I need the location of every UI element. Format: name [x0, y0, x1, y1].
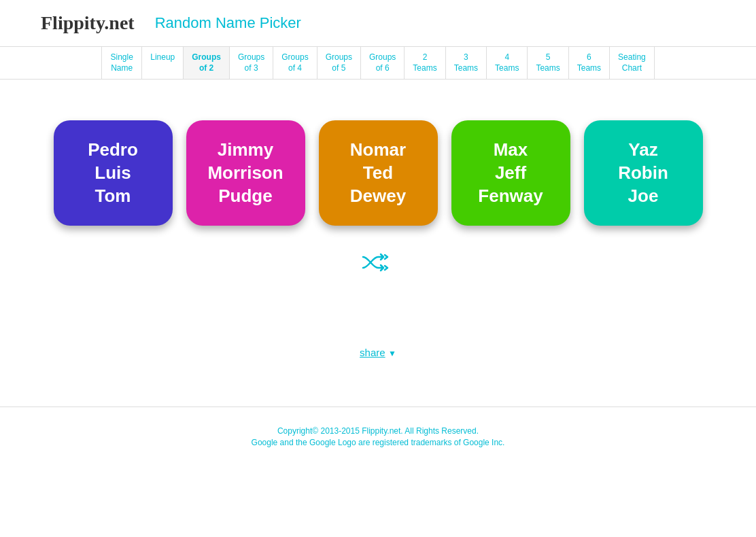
trademark-text: Google and the Google Logo are registere…	[10, 438, 746, 447]
footer: Copyright© 2013-2015 Flippity.net. All R…	[0, 414, 756, 460]
app-title: Random Name Picker	[155, 14, 301, 32]
share-link[interactable]: share	[360, 347, 385, 358]
footer-divider	[0, 406, 756, 407]
team-card-5[interactable]: YazRobinJoe	[584, 120, 703, 226]
tab-lineup[interactable]: Lineup	[142, 47, 184, 79]
header: Flippity.net Random Name Picker	[0, 0, 756, 46]
tab-3-teams[interactable]: 3Teams	[446, 47, 487, 79]
tab-5-teams[interactable]: 5Teams	[528, 47, 568, 79]
tab-groups-of-5[interactable]: Groupsof 5	[317, 47, 361, 79]
tab-groups-of-2[interactable]: Groupsof 2	[184, 47, 230, 79]
team-card-3[interactable]: NomarTedDewey	[319, 120, 438, 226]
team-5-names: YazRobinJoe	[618, 139, 668, 207]
nav-bar: SingleName Lineup Groupsof 2 Groupsof 3 …	[0, 46, 756, 80]
tab-6-teams[interactable]: 6Teams	[569, 47, 610, 79]
tab-4-teams[interactable]: 4Teams	[487, 47, 528, 79]
tab-2-teams[interactable]: 2Teams	[405, 47, 445, 79]
tab-seating-chart[interactable]: SeatingChart	[610, 47, 655, 79]
logo: Flippity.net	[41, 12, 135, 34]
tab-single-name[interactable]: SingleName	[101, 47, 142, 79]
share-dropdown-icon: ▼	[388, 349, 396, 358]
team-card-1[interactable]: PedroLuisTom	[54, 120, 173, 226]
cards-container: PedroLuisTom JimmyMorrisonPudge NomarTed…	[54, 120, 703, 226]
team-card-2[interactable]: JimmyMorrisonPudge	[186, 120, 305, 226]
tab-groups-of-3[interactable]: Groupsof 3	[230, 47, 273, 79]
team-1-names: PedroLuisTom	[88, 139, 138, 207]
team-4-names: MaxJeffFenway	[478, 139, 543, 207]
shuffle-button[interactable]	[362, 253, 394, 272]
team-2-names: JimmyMorrisonPudge	[207, 139, 283, 207]
main-content: PedroLuisTom JimmyMorrisonPudge NomarTed…	[0, 80, 756, 400]
tab-groups-of-4[interactable]: Groupsof 4	[273, 47, 317, 79]
tab-groups-of-6[interactable]: Groupsof 6	[361, 47, 405, 79]
team-3-names: NomarTedDewey	[350, 139, 406, 207]
share-section: share ▼	[360, 347, 396, 359]
team-card-4[interactable]: MaxJeffFenway	[451, 120, 570, 226]
shuffle-icon	[362, 253, 394, 272]
copyright-text: Copyright© 2013-2015 Flippity.net. All R…	[10, 426, 746, 436]
